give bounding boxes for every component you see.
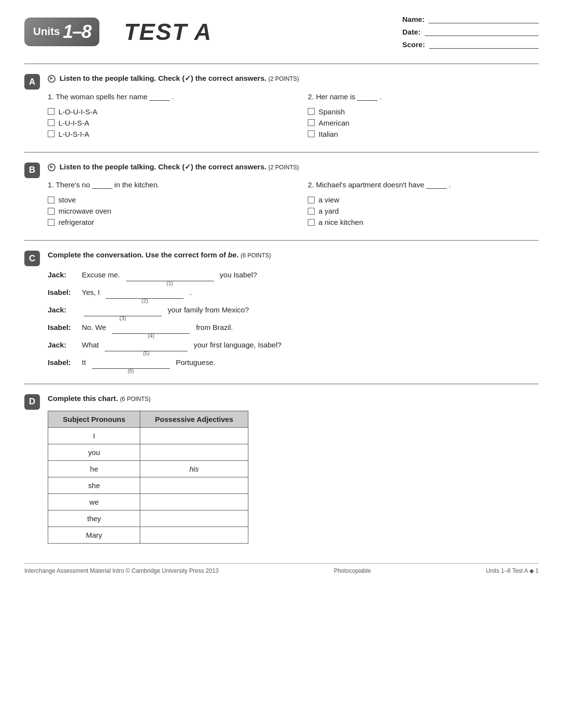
table-row: he his <box>48 461 248 477</box>
checkbox-a-q2-1-label: Spanish <box>319 108 345 116</box>
score-line <box>429 40 539 49</box>
checkbox-b-q1-1[interactable] <box>48 197 55 203</box>
date-field-row: Date: <box>402 27 539 36</box>
checkbox-b-q2-3[interactable] <box>308 219 315 226</box>
adjective-he: his <box>140 461 248 477</box>
pronoun-you: you <box>48 444 140 461</box>
section-a-instruction: Listen to the people talking. Check (✓) … <box>48 73 539 84</box>
dialogue-text-5: What (5) your first language, Isabel? <box>82 338 539 351</box>
section-b-q2: 2. Michael's apartment doesn't have ____… <box>308 179 539 229</box>
checkbox-a-q1-2-label: L-U-I-S-A <box>58 119 89 127</box>
checkbox-b-q1-2-label: microwave oven <box>58 207 111 215</box>
section-d-points: (6 POINTS) <box>120 396 150 402</box>
section-b-q1-label: 1. There's no _____ in the kitchen. <box>48 179 279 191</box>
checkbox-a-q2-3-label: Italian <box>319 130 338 138</box>
checkbox-b-q1-2[interactable] <box>48 208 55 215</box>
section-b-points: (2 POINTS) <box>268 164 299 171</box>
section-badge-a: A <box>24 74 40 90</box>
units-badge: Units 1–8 <box>24 18 99 46</box>
section-c-content: Complete the conversation. Use the corre… <box>48 250 539 373</box>
pronoun-she: she <box>48 477 140 494</box>
section-a: A Listen to the people talking. Check (✓… <box>24 63 539 141</box>
list-item: a view <box>308 196 539 204</box>
list-item: a yard <box>308 207 539 215</box>
adjective-they[interactable] <box>140 510 248 527</box>
checkbox-a-q1-1-label: L-O-U-I-S-A <box>58 108 97 116</box>
section-d-instruction: Complete this chart. (6 POINTS) <box>48 393 539 404</box>
dialogue-line-1: Jack: Excuse me. (1) you Isabel? <box>48 268 539 281</box>
dialogue-text-1: Excuse me. (1) you Isabel? <box>82 268 539 281</box>
section-a-instruction-text: Listen to the people talking. Check (✓) … <box>59 74 266 82</box>
dialogue-row-5: Jack: What (5) your first language, Isab… <box>48 338 539 351</box>
blank-4[interactable]: (4) <box>112 320 190 334</box>
name-field-row: Name: <box>402 15 539 23</box>
checkbox-b-q1-3[interactable] <box>48 219 55 226</box>
section-d-content: Complete this chart. (6 POINTS) Subject … <box>48 393 539 544</box>
dialogue-line-6: Isabel: It (6) Portuguese. <box>48 355 539 369</box>
blank-6[interactable]: (6) <box>92 355 170 369</box>
speaker-jack-3: Jack: <box>48 338 82 351</box>
checkbox-b-q2-3-label: a nice kitchen <box>319 218 363 226</box>
pronoun-mary: Mary <box>48 527 140 544</box>
table-row: you <box>48 444 248 461</box>
adjective-mary[interactable] <box>140 527 248 544</box>
list-item: L-U-I-S-A <box>48 119 279 127</box>
blank-3[interactable]: (3) <box>84 303 162 316</box>
section-a-content: Listen to the people talking. Check (✓) … <box>48 73 539 141</box>
table-row: I <box>48 428 248 444</box>
dialogue-line-3: Jack: (3) your family from Mexico? <box>48 303 539 316</box>
section-b-instruction-text: Listen to the people talking. Check (✓) … <box>59 163 266 171</box>
section-b-content: Listen to the people talking. Check (✓) … <box>48 162 539 230</box>
dialogue-row-6: Isabel: It (6) Portuguese. <box>48 355 539 369</box>
checkbox-a-q2-1[interactable] <box>308 108 315 115</box>
speaker-jack-2: Jack: <box>48 303 82 316</box>
test-title: TEST A <box>124 18 212 45</box>
chart-header-possessive: Possessive Adjectives <box>140 411 248 428</box>
section-badge-b: B <box>24 163 40 178</box>
dialogue-row-3: Jack: (3) your family from Mexico? <box>48 303 539 316</box>
pronoun-he: he <box>48 461 140 477</box>
checkbox-a-q1-2[interactable] <box>48 119 55 126</box>
table-row: Mary <box>48 527 248 544</box>
checkbox-b-q2-2[interactable] <box>308 208 315 215</box>
checkbox-b-q1-1-label: stove <box>58 196 76 204</box>
section-a-q2-label: 2. Her name is _____ . <box>308 91 539 103</box>
date-line <box>425 27 539 36</box>
adjective-I[interactable] <box>140 428 248 444</box>
name-line <box>429 15 539 23</box>
dialogue-line-5: Jack: What (5) your first language, Isab… <box>48 338 539 351</box>
adjective-you[interactable] <box>140 444 248 461</box>
list-item: American <box>308 119 539 127</box>
section-c-points: (6 POINTS) <box>241 252 271 259</box>
section-b-instruction: Listen to the people talking. Check (✓) … <box>48 162 539 173</box>
list-item: Italian <box>308 130 539 138</box>
blank-5[interactable]: (5) <box>105 338 188 351</box>
blank-1[interactable]: (1) <box>126 268 214 281</box>
pronouns-chart: Subject Pronouns Possessive Adjectives I… <box>48 411 248 544</box>
section-c-instruction: Complete the conversation. Use the corre… <box>48 250 539 261</box>
table-row: they <box>48 510 248 527</box>
checkbox-a-q1-1[interactable] <box>48 108 55 115</box>
dialogue-text-6: It (6) Portuguese. <box>82 355 539 369</box>
checkbox-a-q1-3[interactable] <box>48 130 55 137</box>
page-header: Units 1–8 TEST A Name: Date: Score: <box>24 15 539 49</box>
checkbox-b-q2-1[interactable] <box>308 197 315 203</box>
table-row: she <box>48 477 248 494</box>
pronoun-I: I <box>48 428 140 444</box>
checkbox-a-q2-2[interactable] <box>308 119 315 126</box>
section-c-instruction-text: Complete the conversation. Use the corre… <box>48 251 239 259</box>
list-item: L-O-U-I-S-A <box>48 108 279 116</box>
list-item: a nice kitchen <box>308 218 539 226</box>
audio-icon-b <box>48 164 56 171</box>
dialogue-text-2: Yes, I (2) . <box>82 285 539 299</box>
speaker-jack-1: Jack: <box>48 268 82 281</box>
list-item: microwave oven <box>48 207 279 215</box>
audio-icon-a <box>48 75 56 83</box>
adjective-we[interactable] <box>140 494 248 510</box>
pronoun-they: they <box>48 510 140 527</box>
chart-header-row: Subject Pronouns Possessive Adjectives <box>48 411 248 428</box>
section-b: B Listen to the people talking. Check (✓… <box>24 152 539 230</box>
blank-2[interactable]: (2) <box>106 285 184 299</box>
checkbox-a-q2-3[interactable] <box>308 130 315 137</box>
adjective-she[interactable] <box>140 477 248 494</box>
